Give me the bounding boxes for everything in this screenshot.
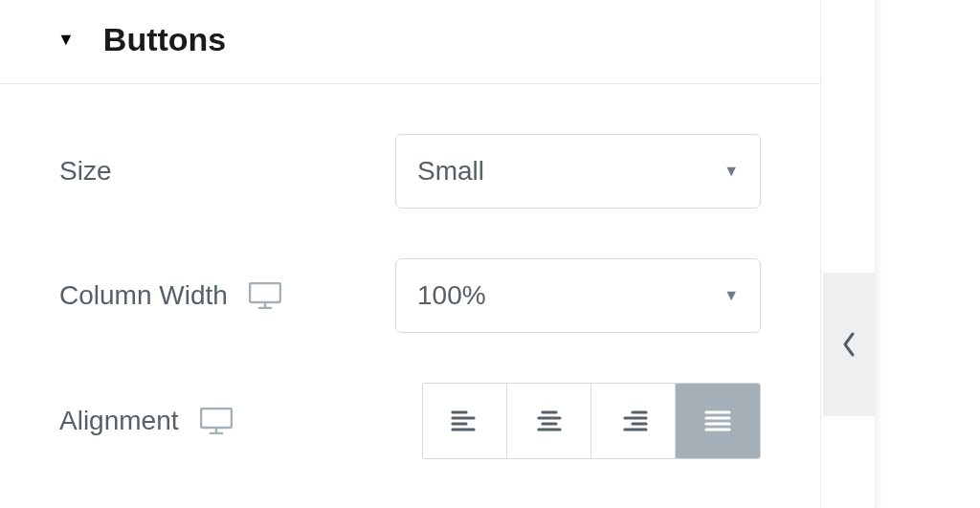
desktop-icon[interactable] <box>249 282 281 309</box>
align-left-button[interactable] <box>423 384 507 458</box>
caret-down-icon: ▼ <box>57 30 75 50</box>
svg-rect-3 <box>201 409 232 428</box>
select-size[interactable]: Small ▼ <box>395 134 761 209</box>
align-right-button[interactable] <box>591 384 676 458</box>
desktop-icon[interactable] <box>200 408 233 434</box>
select-column-width-value: 100% <box>417 280 486 311</box>
label-column-width: Column Width <box>59 280 228 311</box>
chevron-left-icon <box>840 330 858 359</box>
select-column-width[interactable]: 100% ▼ <box>395 258 761 333</box>
alignment-group <box>422 383 761 459</box>
align-center-button[interactable] <box>507 384 591 458</box>
label-alignment: Alignment <box>59 406 179 436</box>
section-header-buttons[interactable]: ▼ Buttons <box>0 0 820 84</box>
settings-panel: ▼ Buttons Size Small ▼ Column Width 1 <box>0 0 821 508</box>
row-size: Size Small ▼ <box>0 134 820 209</box>
chevron-down-icon: ▼ <box>724 163 739 180</box>
row-alignment: Alignment <box>0 383 820 459</box>
collapse-panel-button[interactable] <box>823 273 875 416</box>
align-justify-button[interactable] <box>676 384 760 458</box>
label-size: Size <box>59 156 385 187</box>
panel-shadow <box>875 0 882 508</box>
section-title: Buttons <box>103 21 226 58</box>
svg-rect-0 <box>250 283 280 302</box>
row-column-width: Column Width 100% ▼ <box>0 258 820 333</box>
chevron-down-icon: ▼ <box>724 287 739 304</box>
select-size-value: Small <box>417 156 484 187</box>
